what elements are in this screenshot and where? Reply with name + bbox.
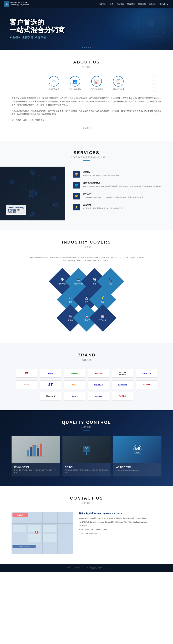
about-icon-2: 👥 专业化销售团队	[69, 76, 81, 90]
contact-title-cn: 联系我们	[12, 502, 162, 504]
hero-dot-5[interactable]	[90, 47, 91, 48]
services-image: UNI-INNOVATION(HK) 客户首选的一站式 混合分销商	[0, 166, 65, 220]
svg-point-8	[144, 40, 145, 41]
svg-rect-52	[84, 454, 90, 455]
svg-point-69	[36, 532, 37, 533]
svg-rect-44	[34, 445, 36, 456]
about-icon-label-4: 卓越的行业信用	[112, 88, 124, 90]
contact-divider	[83, 506, 90, 506]
about-icon-4: 📋 卓越的行业信用	[112, 76, 124, 90]
industry-title-en: INDUSTRY COVERS	[12, 240, 162, 245]
brand-title-en: BRAND	[12, 352, 162, 358]
brand-title: BRAND 优合品牌	[12, 352, 162, 363]
contact-info: 香港九龙办公室 Hong Kong kowloon. Office 980 An…	[79, 512, 162, 554]
quality-card-body-2: 来料检测 我们每次采购都是进行严格的来料检测，确保供应商产品的品质发挥好	[62, 463, 110, 476]
brand-section: BRAND 优合品牌 iIDT molex infineon Microchip…	[0, 343, 173, 410]
contact-email: Email: mail@unl@uni-innovation.net	[79, 528, 162, 531]
nav-services[interactable]: 服务	[110, 2, 114, 5]
service-icon-1: 📦	[73, 171, 80, 178]
contact-office-title: 香港九龙办公室 Hong Kong kowloon. Office	[79, 512, 162, 515]
service-item-content-4: 优先战略 关于行销商、我们通过多条及先先的优先战略的优先	[83, 203, 122, 210]
map-svg: 粤裕信投 香港九龙办公室	[12, 512, 73, 554]
quality-card-1: 合格供应商测管理 粤裕信投公司已经通过认证，并且购买供应商产品的需求文档。Y.x…	[12, 436, 60, 476]
nav-about[interactable]: 关于我们	[99, 2, 106, 5]
brand-yageo: YAGEO	[112, 392, 133, 401]
brand-divider	[83, 363, 90, 363]
diamond-medical[interactable]: 🏥医疗/设备	[89, 304, 116, 332]
quality-card-3: IeS 认可检测机构合作 White Horse, CEO, Global Te…	[114, 436, 162, 476]
svg-text:S: S	[148, 19, 154, 28]
industry-divider	[83, 250, 90, 250]
service-item-content-3: 合作关系 Cooperative Relationship. 已与国内外1000…	[83, 192, 143, 199]
industry-section: INDUSTRY COVERS 行业覆盖 粤裕信投电子元件的行业可以覆盖服务到以…	[0, 230, 173, 343]
hero-subtitle: 专业报价 全面资源 卓越风控	[10, 36, 65, 39]
contact-content: 粤裕信投 香港九龙办公室 香港九龙办公室 Hong Kong kowloon. …	[12, 512, 162, 554]
service-item-content-1: VM服务 帮助客户FORECAST成功发现提高公司VM绩效	[83, 170, 119, 177]
logo-text: UNI-INNOVATION HK Technology Co., Limite…	[10, 2, 29, 6]
brand-lattice: LATTICE	[64, 392, 85, 401]
about-divider	[83, 70, 90, 70]
navbar: UI UNI-INNOVATION HK Technology Co., Lim…	[0, 0, 173, 8]
svg-rect-67	[12, 524, 26, 532]
nav-logo[interactable]: UI UNI-INNOVATION HK Technology Co., Lim…	[4, 1, 29, 6]
about-title: ABOUT US 关于我们	[12, 60, 162, 70]
hero-dot-3[interactable]	[86, 47, 87, 48]
industry-title: INDUSTRY COVERS 行业覆盖	[12, 240, 162, 250]
svg-text:香港九龙办公室: 香港九龙办公室	[20, 546, 29, 547]
lang-en[interactable]: EN	[166, 3, 169, 5]
svg-text:粤裕信投: 粤裕信投	[17, 514, 24, 516]
brand-molex: molex	[40, 369, 61, 378]
hero-dots	[82, 47, 91, 48]
quality-divider	[83, 430, 90, 430]
quality-card-body-3: 认可检测机构合作 White Horse, CEO, Global Testin…	[114, 463, 162, 474]
nav-quality[interactable]: 品质控制	[138, 2, 146, 5]
about-text-1: 粤裕信投（香港）科技有限公司是一家专注全球知名电子元件混合分销商，公司总部香港，…	[12, 96, 162, 107]
service-item-2: 🌐 国际-系列供销体系 Rate & Supply chain system. …	[73, 182, 165, 188]
brand-st: ST	[40, 380, 61, 389]
svg-point-41	[29, 190, 36, 197]
about-more-btn[interactable]: 了解更多	[78, 126, 95, 131]
quality-card-2: 来料检测 我们每次采购都是进行严格的来料检测，确保供应商产品的品质发挥好	[62, 436, 110, 476]
nav-brand[interactable]: 优秀品牌	[127, 2, 135, 5]
services-title: SERVICES 全方位成熟及独具领先精神的方案	[0, 150, 173, 161]
svg-rect-46	[40, 444, 42, 456]
svg-rect-42	[27, 450, 29, 456]
brand-alliance: alliance	[16, 380, 37, 389]
about-section: CONTACT ABOUT US 关于我们 ⚙ 全球产品体系 👥 专业化销售团队…	[0, 50, 173, 140]
nav-contact[interactable]: 联系我们	[149, 2, 156, 5]
about-icon-circle-1: ⚙	[49, 76, 59, 86]
nav-industry[interactable]: 行业覆盖	[116, 2, 124, 5]
brand-leadtrend: LEADTREND	[136, 369, 157, 378]
contact-section: CONTACT US 联系我们	[0, 486, 173, 564]
service-item-4: ⭐ 优先战略 关于行销商、我们通过多条及先先的优先战略的优先	[73, 203, 165, 210]
about-title-en: ABOUT US	[12, 60, 162, 65]
brand-microchip: Microchip	[88, 369, 109, 378]
hero-dot-2[interactable]	[84, 47, 85, 48]
hero-dot-1[interactable]	[82, 47, 83, 48]
svg-line-0	[115, 17, 134, 27]
svg-point-50	[86, 448, 87, 449]
contact-title-en: CONTACT US	[12, 496, 162, 501]
services-content: UNI-INNOVATION(HK) 客户首选的一站式 混合分销商 📦 VM服务…	[0, 166, 173, 220]
quality-title-en: QUALITY CONTROL	[12, 420, 162, 425]
about-icon-label-2: 专业化销售团队	[69, 88, 81, 90]
lang-cn[interactable]: 中文版	[160, 2, 165, 5]
footer-text: © 2023 UNI All Rights reserved | 粤裕信投 (1…	[12, 567, 162, 569]
hero-dot-4[interactable]	[88, 47, 89, 48]
nav-lang: 中文版 EN	[160, 2, 169, 5]
brand-renesas: RENESAS	[88, 380, 109, 389]
service-item-3: 🤝 合作关系 Cooperative Relationship. 已与国内外10…	[73, 192, 165, 200]
about-icon-circle-2: 👥	[70, 76, 80, 86]
services-list: 📦 VM服务 帮助客户FORECAST成功发现提高公司VM绩效 🌐 国际-系列供…	[65, 166, 173, 220]
about-text-2: 与多家国际知名品牌厂商及区域战略合作，当年即占据了市场份额中较高比重，具备较强的…	[12, 109, 162, 116]
quality-card-body-1: 合格供应商测管理 粤裕信投公司已经通过认证，并且购买供应商产品的需求文档。Y.x…	[12, 463, 60, 476]
about-icon-circle-4: 📋	[113, 76, 124, 86]
quality-section: QUALITY CONTROL 品质把控 合格供应商测管理 粤裕信投公司已经通过…	[0, 410, 173, 486]
brand-microsoft: Microsoft	[40, 392, 61, 401]
about-icons: ⚙ 全球产品体系 👥 专业化销售团队 📊 百亿级销售规模 📋 卓越的行业信用	[12, 76, 162, 90]
quality-cards: 合格供应商测管理 粤裕信投公司已经通过认证，并且购买供应商产品的需求文档。Y.x…	[12, 436, 162, 476]
service-icon-3: 🤝	[73, 193, 80, 200]
quality-tech-svg	[79, 442, 94, 458]
quality-chart-svg	[26, 442, 45, 458]
industry-title-cn: 行业覆盖	[12, 246, 162, 248]
